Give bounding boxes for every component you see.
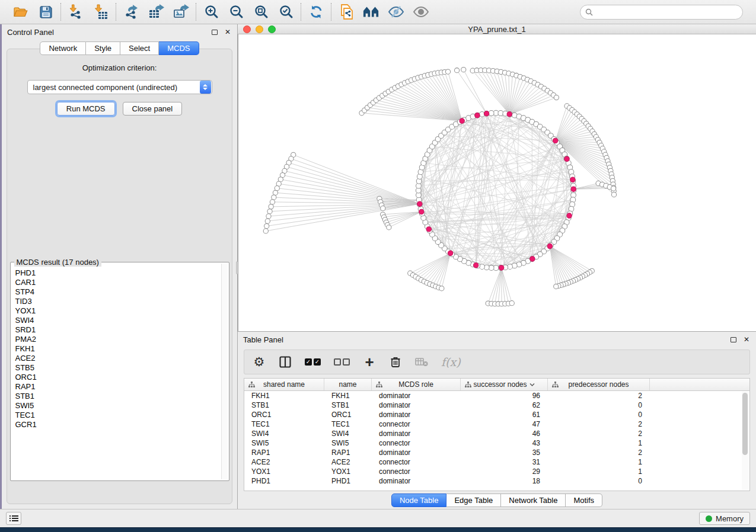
column-header-shared_name[interactable]: shared name: [244, 379, 324, 390]
run-mcds-button[interactable]: Run MCDS: [57, 102, 115, 116]
control-panel: Control Panel ✕ NetworkStyleSelectMCDS O…: [0, 24, 238, 509]
delete-column-icon[interactable]: [389, 354, 402, 370]
mcds-result-item[interactable]: TEC1: [15, 411, 221, 420]
memory-status-icon: [706, 515, 712, 522]
cell-successors: 47: [461, 420, 548, 428]
mcds-result-item[interactable]: SRD1: [15, 325, 221, 335]
cell-shared_name: SWI5: [244, 439, 324, 447]
mcds-result-item[interactable]: SWI4: [15, 316, 221, 325]
mcds-result-item[interactable]: FKH1: [15, 344, 221, 354]
table-scrollbar-thumb[interactable]: [742, 393, 748, 455]
control-panel-tab-style[interactable]: Style: [86, 41, 120, 55]
table-row[interactable]: ORC1ORC1dominator610: [244, 410, 749, 419]
search-field[interactable]: [580, 5, 743, 20]
table-row[interactable]: STB1STB1dominator620: [244, 400, 749, 410]
zoom-selected-icon[interactable]: [277, 4, 294, 20]
task-history-button[interactable]: [6, 512, 21, 525]
mcds-result-item[interactable]: PHD1: [15, 268, 221, 278]
table-tab-edge-table[interactable]: Edge Table: [446, 493, 501, 507]
criterion-dropdown[interactable]: largest connected component (undirected): [27, 80, 212, 94]
mcds-result-item[interactable]: STB5: [15, 363, 221, 373]
cell-successors: 29: [461, 467, 548, 476]
hide-graphics-details-icon[interactable]: [388, 4, 404, 20]
mcds-tab-content: Optimization criterion: largest connecte…: [7, 49, 232, 504]
mcds-result-item[interactable]: STB1: [15, 392, 221, 401]
cell-predecessors: 1: [548, 467, 650, 476]
zoom-out-icon[interactable]: [228, 4, 244, 20]
export-network-icon[interactable]: [123, 4, 139, 20]
result-list-scrollbar[interactable]: [221, 264, 228, 479]
column-label: MCDS role: [398, 380, 433, 389]
unselect-all-icon[interactable]: [334, 354, 350, 370]
network-canvas[interactable]: [238, 34, 756, 331]
mcds-result-list[interactable]: PHD1CAR1STP4TID3YOX1SWI4SRD1PMA2FKH1ACE2…: [12, 266, 221, 479]
control-panel-tab-network[interactable]: Network: [40, 41, 86, 55]
table-row[interactable]: PHD1PHD1dominator180: [244, 476, 749, 486]
show-columns-icon[interactable]: [279, 354, 292, 370]
network-view-window: YPA_prune.txt_1: [238, 24, 756, 332]
float-panel-button[interactable]: [210, 28, 219, 36]
table-row[interactable]: YOX1YOX1connector291: [244, 467, 749, 476]
control-panel-tab-mcds[interactable]: MCDS: [159, 41, 199, 55]
table-float-panel-button[interactable]: [729, 335, 738, 344]
table-tab-motifs[interactable]: Motifs: [566, 493, 602, 507]
export-image-icon[interactable]: [173, 4, 189, 20]
zoom-fit-icon[interactable]: [253, 4, 269, 20]
zoom-in-icon[interactable]: [203, 4, 219, 20]
network-window-titlebar[interactable]: YPA_prune.txt_1: [238, 24, 756, 34]
control-panel-tab-select[interactable]: Select: [120, 41, 159, 55]
import-network-icon[interactable]: [68, 4, 84, 20]
table-row[interactable]: SWI5SWI5connector431: [244, 438, 749, 448]
cell-role: connector: [372, 467, 461, 476]
memory-button[interactable]: Memory: [699, 512, 750, 525]
table-row[interactable]: FKH1FKH1dominator962: [244, 391, 749, 400]
table-tab-node-table[interactable]: Node Table: [391, 493, 447, 507]
open-file-icon[interactable]: [12, 4, 29, 20]
search-input[interactable]: [596, 8, 738, 16]
table-row[interactable]: ACE2ACE2connector311: [244, 457, 749, 467]
table-row[interactable]: SWI4SWI4dominator462: [244, 429, 749, 438]
mcds-result-item[interactable]: ACE2: [15, 354, 221, 363]
table-panel-tabs: Node TableEdge TableNetwork TableMotifs: [238, 491, 756, 509]
cell-role: dominator: [372, 392, 461, 400]
column-header-name[interactable]: name: [324, 379, 372, 390]
mcds-result-item[interactable]: YOX1: [15, 306, 221, 316]
refresh-layout-icon[interactable]: [308, 4, 324, 20]
close-icon: ✕: [225, 28, 231, 36]
table-close-panel-button[interactable]: ✕: [742, 335, 751, 344]
cell-predecessors: 2: [548, 448, 650, 457]
show-graphics-details-icon[interactable]: [413, 4, 429, 20]
mcds-result-item[interactable]: ORC1: [15, 373, 221, 382]
column-header-role[interactable]: MCDS role: [372, 379, 461, 390]
search-neighbors-icon[interactable]: [363, 4, 379, 20]
mcds-result-item[interactable]: GCR1: [15, 420, 221, 430]
cell-shared_name: YOX1: [244, 467, 324, 476]
create-column-icon[interactable]: +: [363, 354, 376, 370]
table-row[interactable]: TEC1TEC1connector472: [244, 419, 749, 429]
import-table-icon[interactable]: [92, 4, 109, 20]
control-panel-title: Control Panel: [7, 28, 206, 37]
mcds-result-item[interactable]: SWI5: [15, 401, 221, 411]
mcds-result-item[interactable]: RAP1: [15, 382, 221, 392]
column-header-predecessors[interactable]: predecessor nodes: [548, 379, 650, 390]
close-panel-button[interactable]: ✕: [224, 28, 232, 36]
cell-successors: 31: [461, 458, 548, 466]
table-header-row: shared namenameMCDS rolesuccessor nodesp…: [244, 379, 749, 391]
mcds-result-item[interactable]: TID3: [15, 297, 221, 306]
mcds-result-item[interactable]: CAR1: [15, 278, 221, 287]
network-window-title: YPA_prune.txt_1: [238, 25, 756, 34]
column-header-successors[interactable]: successor nodes: [461, 379, 548, 390]
control-panel-tabs: NetworkStyleSelectMCDS: [2, 40, 237, 55]
clone-network-icon[interactable]: [338, 4, 355, 20]
table-row[interactable]: RAP1RAP1dominator352: [244, 448, 749, 457]
close-panel-action-button[interactable]: Close panel: [123, 102, 183, 116]
mcds-result-item[interactable]: STP4: [15, 287, 221, 297]
table-options-gear-icon[interactable]: ⚙: [253, 354, 266, 370]
table-tab-network-table[interactable]: Network Table: [501, 493, 566, 507]
select-all-icon[interactable]: ✓✓: [305, 354, 321, 370]
cell-successors: 18: [461, 477, 548, 485]
mcds-result-item[interactable]: PMA2: [15, 335, 221, 344]
export-table-icon[interactable]: [148, 4, 164, 20]
save-session-icon[interactable]: [37, 4, 54, 20]
table-scrollbar[interactable]: [742, 392, 749, 490]
